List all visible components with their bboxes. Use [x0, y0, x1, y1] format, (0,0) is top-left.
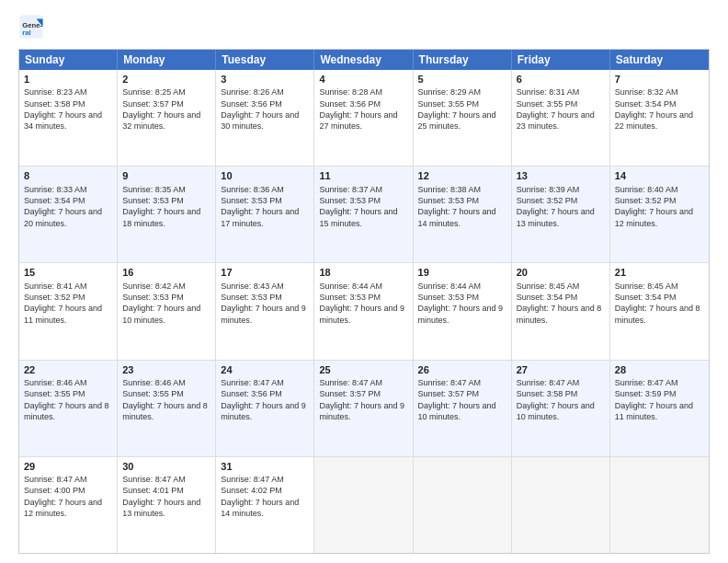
day-cell-1: 1Sunrise: 8:23 AMSunset: 3:58 PMDaylight…: [19, 70, 118, 166]
cell-info: Sunrise: 8:35 AMSunset: 3:53 PMDaylight:…: [122, 185, 200, 228]
cell-info: Sunrise: 8:47 AMSunset: 3:57 PMDaylight:…: [418, 378, 496, 421]
day-cell-18: 18Sunrise: 8:44 AMSunset: 3:53 PMDayligh…: [314, 263, 413, 359]
day-cell-22: 22Sunrise: 8:46 AMSunset: 3:55 PMDayligh…: [19, 361, 118, 456]
day-number: 5: [418, 73, 506, 86]
calendar-row-4: 22Sunrise: 8:46 AMSunset: 3:55 PMDayligh…: [19, 361, 709, 457]
day-cell-27: 27Sunrise: 8:47 AMSunset: 3:58 PMDayligh…: [512, 361, 610, 456]
cell-info: Sunrise: 8:46 AMSunset: 3:55 PMDaylight:…: [24, 378, 109, 421]
cell-info: Sunrise: 8:32 AMSunset: 3:54 PMDaylight:…: [615, 87, 693, 131]
cell-info: Sunrise: 8:47 AMSunset: 3:56 PMDaylight:…: [221, 378, 306, 421]
cell-info: Sunrise: 8:33 AMSunset: 3:54 PMDaylight:…: [24, 185, 102, 228]
day-cell-21: 21Sunrise: 8:45 AMSunset: 3:54 PMDayligh…: [610, 263, 709, 359]
calendar-row-2: 8Sunrise: 8:33 AMSunset: 3:54 PMDaylight…: [19, 167, 709, 263]
day-cell-9: 9Sunrise: 8:35 AMSunset: 3:53 PMDaylight…: [118, 167, 216, 262]
cell-info: Sunrise: 8:39 AMSunset: 3:52 PMDaylight:…: [517, 185, 595, 228]
cell-info: Sunrise: 8:45 AMSunset: 3:54 PMDaylight:…: [615, 282, 700, 325]
day-cell-7: 7Sunrise: 8:32 AMSunset: 3:54 PMDaylight…: [610, 70, 709, 166]
day-cell-29: 29Sunrise: 8:47 AMSunset: 4:00 PMDayligh…: [19, 457, 118, 553]
day-number: 19: [418, 266, 506, 279]
day-header-monday: Monday: [118, 50, 216, 70]
day-number: 21: [615, 266, 704, 279]
day-cell-26: 26Sunrise: 8:47 AMSunset: 3:57 PMDayligh…: [414, 361, 512, 456]
cell-info: Sunrise: 8:38 AMSunset: 3:53 PMDaylight:…: [418, 185, 496, 228]
day-cell-30: 30Sunrise: 8:47 AMSunset: 4:01 PMDayligh…: [118, 457, 216, 553]
day-number: 26: [418, 363, 506, 376]
day-cell-11: 11Sunrise: 8:37 AMSunset: 3:53 PMDayligh…: [314, 167, 413, 262]
day-number: 22: [24, 363, 112, 376]
cell-info: Sunrise: 8:40 AMSunset: 3:52 PMDaylight:…: [615, 185, 693, 228]
day-number: 10: [221, 169, 309, 182]
day-number: 14: [615, 169, 704, 182]
day-number: 17: [221, 266, 309, 279]
day-cell-8: 8Sunrise: 8:33 AMSunset: 3:54 PMDaylight…: [19, 167, 118, 262]
day-number: 29: [24, 460, 112, 473]
calendar-row-3: 15Sunrise: 8:41 AMSunset: 3:52 PMDayligh…: [19, 263, 709, 360]
day-cell-2: 2Sunrise: 8:25 AMSunset: 3:57 PMDaylight…: [118, 70, 216, 166]
day-cell-12: 12Sunrise: 8:38 AMSunset: 3:53 PMDayligh…: [414, 167, 512, 262]
day-cell-13: 13Sunrise: 8:39 AMSunset: 3:52 PMDayligh…: [512, 167, 610, 262]
day-number: 18: [319, 266, 407, 279]
day-number: 11: [319, 169, 407, 182]
cell-info: Sunrise: 8:45 AMSunset: 3:54 PMDaylight:…: [517, 282, 602, 325]
day-number: 20: [517, 266, 605, 279]
cell-info: Sunrise: 8:43 AMSunset: 3:53 PMDaylight:…: [221, 282, 306, 325]
day-number: 4: [319, 73, 407, 86]
day-cell-23: 23Sunrise: 8:46 AMSunset: 3:55 PMDayligh…: [118, 361, 216, 456]
cell-info: Sunrise: 8:29 AMSunset: 3:55 PMDaylight:…: [418, 87, 496, 131]
cell-info: Sunrise: 8:28 AMSunset: 3:56 PMDaylight:…: [319, 87, 397, 131]
day-header-friday: Friday: [512, 50, 610, 70]
day-number: 23: [122, 363, 210, 376]
day-number: 31: [221, 460, 309, 473]
cell-info: Sunrise: 8:26 AMSunset: 3:56 PMDaylight:…: [221, 87, 299, 131]
cell-info: Sunrise: 8:47 AMSunset: 4:02 PMDaylight:…: [221, 475, 299, 518]
day-cell-14: 14Sunrise: 8:40 AMSunset: 3:52 PMDayligh…: [610, 167, 709, 262]
calendar-row-5: 29Sunrise: 8:47 AMSunset: 4:00 PMDayligh…: [19, 457, 709, 553]
cell-info: Sunrise: 8:47 AMSunset: 3:59 PMDaylight:…: [615, 378, 693, 421]
page-header: Gene- ral: [18, 14, 710, 40]
logo: Gene- ral: [18, 14, 48, 40]
day-cell-24: 24Sunrise: 8:47 AMSunset: 3:56 PMDayligh…: [216, 361, 314, 456]
calendar-page: Gene- ral SundayMondayTuesdayWednesdayTh…: [0, 0, 728, 563]
empty-cell: [314, 457, 413, 553]
day-header-thursday: Thursday: [414, 50, 512, 70]
day-cell-17: 17Sunrise: 8:43 AMSunset: 3:53 PMDayligh…: [216, 263, 314, 359]
day-number: 16: [122, 266, 210, 279]
calendar-row-1: 1Sunrise: 8:23 AMSunset: 3:58 PMDaylight…: [19, 70, 709, 167]
calendar-header: SundayMondayTuesdayWednesdayThursdayFrid…: [19, 50, 709, 70]
cell-info: Sunrise: 8:41 AMSunset: 3:52 PMDaylight:…: [24, 282, 102, 325]
day-number: 3: [221, 73, 309, 86]
day-number: 1: [24, 73, 112, 86]
cell-info: Sunrise: 8:37 AMSunset: 3:53 PMDaylight:…: [319, 185, 397, 228]
cell-info: Sunrise: 8:47 AMSunset: 4:01 PMDaylight:…: [122, 475, 200, 518]
day-number: 25: [319, 363, 407, 376]
day-number: 12: [418, 169, 506, 182]
calendar-body: 1Sunrise: 8:23 AMSunset: 3:58 PMDaylight…: [19, 70, 709, 553]
empty-cell: [512, 457, 610, 553]
day-cell-20: 20Sunrise: 8:45 AMSunset: 3:54 PMDayligh…: [512, 263, 610, 359]
cell-info: Sunrise: 8:23 AMSunset: 3:58 PMDaylight:…: [24, 87, 102, 131]
cell-info: Sunrise: 8:44 AMSunset: 3:53 PMDaylight:…: [418, 282, 504, 325]
cell-info: Sunrise: 8:44 AMSunset: 3:53 PMDaylight:…: [319, 282, 404, 325]
day-header-tuesday: Tuesday: [216, 50, 314, 70]
day-number: 28: [615, 363, 704, 376]
cell-info: Sunrise: 8:47 AMSunset: 3:57 PMDaylight:…: [319, 378, 404, 421]
day-header-sunday: Sunday: [19, 50, 118, 70]
day-header-wednesday: Wednesday: [314, 50, 413, 70]
day-number: 8: [24, 169, 112, 182]
day-number: 6: [517, 73, 605, 86]
day-cell-6: 6Sunrise: 8:31 AMSunset: 3:55 PMDaylight…: [512, 70, 610, 166]
cell-info: Sunrise: 8:47 AMSunset: 4:00 PMDaylight:…: [24, 475, 102, 518]
day-number: 15: [24, 266, 112, 279]
cell-info: Sunrise: 8:47 AMSunset: 3:58 PMDaylight:…: [517, 378, 595, 421]
empty-cell: [610, 457, 709, 553]
day-cell-4: 4Sunrise: 8:28 AMSunset: 3:56 PMDaylight…: [314, 70, 413, 166]
day-number: 13: [517, 169, 605, 182]
day-cell-5: 5Sunrise: 8:29 AMSunset: 3:55 PMDaylight…: [414, 70, 512, 166]
day-cell-15: 15Sunrise: 8:41 AMSunset: 3:52 PMDayligh…: [19, 263, 118, 359]
cell-info: Sunrise: 8:31 AMSunset: 3:55 PMDaylight:…: [517, 87, 595, 131]
logo-icon: Gene- ral: [18, 14, 44, 40]
day-number: 7: [615, 73, 704, 86]
day-cell-25: 25Sunrise: 8:47 AMSunset: 3:57 PMDayligh…: [314, 361, 413, 456]
day-cell-31: 31Sunrise: 8:47 AMSunset: 4:02 PMDayligh…: [216, 457, 314, 553]
cell-info: Sunrise: 8:25 AMSunset: 3:57 PMDaylight:…: [122, 87, 200, 131]
